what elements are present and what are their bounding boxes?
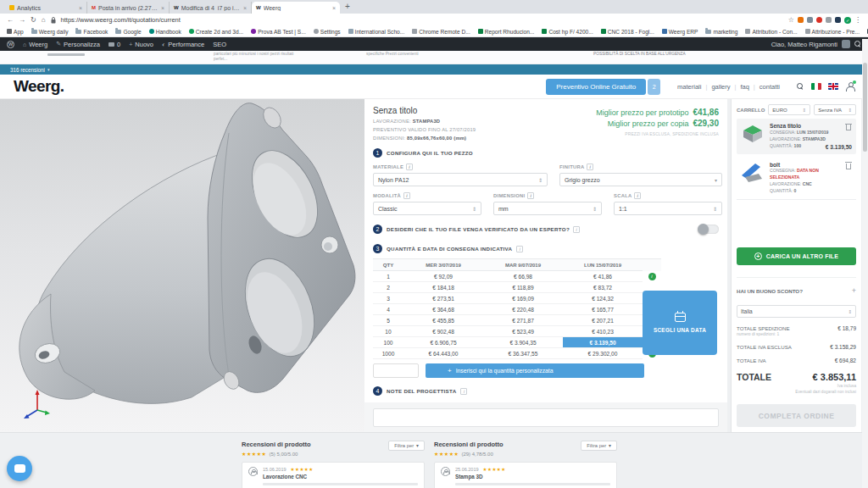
price-cell[interactable]: € 41,86 (563, 271, 643, 282)
price-cell[interactable]: € 165,77 (563, 304, 643, 315)
custom-qty-banner[interactable]: + Inserisci qui la quantità personalizza… (426, 363, 644, 378)
price-cell[interactable]: € 3.904,35 (483, 337, 563, 348)
selected-price-cell[interactable]: € 3.139,50 (563, 337, 643, 348)
info-icon[interactable]: i (634, 192, 641, 199)
bookmark-report[interactable]: Report Rhuducion... (478, 29, 535, 35)
weerg-logo[interactable]: Weerg. (14, 77, 64, 96)
price-cell[interactable]: € 66,98 (483, 271, 563, 282)
tab-analytics[interactable]: Analytics × (5, 2, 87, 14)
cart-item[interactable]: Senza titolo CONSEGNA: LUN 15/07/2019 LA… (737, 119, 856, 154)
modalita-select[interactable]: Classic⇕ (373, 202, 481, 215)
new-tab-button[interactable]: + (345, 1, 350, 13)
currency-select[interactable]: EURO⇕ (768, 104, 810, 115)
wp-site-menu[interactable]: ⌂Weerg (23, 41, 47, 48)
info-icon[interactable]: i (527, 192, 534, 199)
coupon-row[interactable]: HAI UN BUONO SCONTO? + (737, 277, 856, 295)
bookmark-weerg-daily[interactable]: Weerg daily (31, 29, 69, 35)
reviews-count-text[interactable]: 316 recensioni (10, 67, 45, 73)
choose-date-button[interactable]: SCEGLI UNA DATA (643, 291, 717, 355)
extension-icon[interactable] (826, 17, 832, 23)
price-cell[interactable]: € 118,89 (483, 282, 563, 293)
wp-greeting[interactable]: Ciao, Matteo Rigamonti (771, 41, 837, 48)
info-icon[interactable]: i (573, 226, 580, 233)
wp-new[interactable]: +Nuovo (129, 41, 153, 48)
3d-viewer[interactable] (0, 99, 364, 432)
price-cell[interactable]: € 92,09 (403, 271, 483, 282)
price-cell[interactable]: € 523,49 (483, 326, 563, 337)
chat-widget-button[interactable] (7, 456, 32, 481)
close-icon[interactable]: × (79, 5, 82, 11)
extension-icon[interactable] (835, 17, 841, 23)
search-icon[interactable] (854, 41, 861, 47)
price-cell[interactable]: € 169,09 (483, 293, 563, 304)
bookmark-create[interactable]: Create 2d and 3d... (189, 29, 243, 35)
upload-file-button[interactable]: + CARICA UN ALTRO FILE (737, 247, 856, 265)
wp-customize[interactable]: ✎Personalizza (56, 41, 100, 48)
bookmark-handbook[interactable]: Handbook (149, 29, 181, 35)
price-cell[interactable]: € 6.906,75 (403, 337, 483, 348)
price-cell[interactable]: € 902,48 (403, 326, 483, 337)
price-cell[interactable]: € 36.347,55 (483, 348, 563, 359)
custom-qty-input[interactable] (373, 363, 419, 378)
dimensioni-select[interactable]: mm⇕ (493, 202, 602, 215)
bookmark-international[interactable]: International Scho... (348, 29, 405, 35)
scrollbar-thumb[interactable] (863, 63, 867, 152)
wordpress-logo-icon[interactable]: W (7, 41, 14, 48)
price-cell[interactable]: € 124,32 (563, 293, 643, 304)
scala-select[interactable]: 1:1⇕ (614, 202, 722, 215)
reload-icon[interactable]: ↻ (31, 17, 36, 24)
close-icon[interactable]: × (332, 5, 336, 11)
info-icon[interactable]: i (648, 273, 656, 280)
trash-icon[interactable] (845, 123, 852, 130)
price-cell[interactable]: € 364,68 (403, 304, 483, 315)
forward-icon[interactable]: → (19, 17, 25, 24)
bookmark-weerg-erp[interactable]: Weerg ERP (662, 29, 698, 35)
price-cell[interactable]: € 64.443,00 (403, 348, 483, 359)
price-cell[interactable]: € 410,23 (563, 326, 643, 337)
designer-notes-input[interactable] (373, 408, 719, 427)
wp-seo[interactable]: SEO (213, 41, 226, 48)
bookmark-cnc-2018[interactable]: CNC 2018 - Fogl... (601, 29, 654, 35)
bookmark-attribution[interactable]: Attribution - Con... (745, 29, 797, 35)
country-select[interactable]: Italia ⇕ (737, 305, 856, 318)
bookmark-marketing[interactable]: marketing (705, 29, 737, 35)
price-cell[interactable]: € 273,51 (403, 293, 483, 304)
account-icon[interactable] (845, 82, 854, 92)
tab-weerg-active[interactable]: W Weerg × (252, 2, 340, 14)
price-cell[interactable]: € 455,85 (403, 315, 483, 326)
extension-icon[interactable] (807, 17, 813, 23)
bookmark-google[interactable]: Google (115, 29, 141, 35)
nav-faq[interactable]: faq (740, 83, 748, 91)
price-cell[interactable]: € 271,87 (483, 315, 563, 326)
wp-performance[interactable]: ◐Performance (162, 41, 204, 48)
english-flag-icon[interactable] (828, 83, 838, 90)
cart-item[interactable]: bolt CONSEGNA: DATA NON SELEZIONATA LAVO… (737, 158, 856, 200)
verify-toggle[interactable] (698, 225, 719, 234)
bookmark-settings[interactable]: Settings (314, 29, 341, 35)
extension-icon[interactable]: ✓ (844, 17, 851, 24)
vat-mode-select[interactable]: Senza IVA⇕ (814, 104, 856, 115)
extension-icon[interactable] (798, 17, 804, 23)
price-cell[interactable]: € 83,72 (563, 282, 643, 293)
chrome-menu-icon[interactable]: ⋮ (854, 17, 861, 24)
bookmark-facebook[interactable]: Facebook (75, 29, 108, 35)
bookmark-cost-hp[interactable]: Cost hp F/ 4200... (542, 29, 593, 35)
scrollbar[interactable] (862, 39, 868, 488)
extension-icon[interactable] (816, 17, 822, 23)
price-cell[interactable]: € 220,48 (483, 304, 563, 315)
italian-flag-icon[interactable] (811, 83, 821, 90)
info-icon[interactable]: i (406, 164, 413, 170)
bookmark-attribuzione[interactable]: Attribuzione - Pre... (805, 29, 860, 35)
url-text[interactable]: https://www.weerg.com/it/quotation/curre… (61, 16, 181, 24)
back-icon[interactable]: ← (7, 17, 14, 24)
price-cell[interactable]: € 184,18 (403, 282, 483, 293)
bookmark-remote-desktop[interactable]: Chrome Remote D... (412, 29, 470, 35)
nav-materiali[interactable]: materiali (677, 83, 701, 91)
close-icon[interactable]: × (161, 5, 164, 11)
info-icon[interactable]: i (516, 246, 523, 252)
bookmark-apps[interactable]: App (7, 29, 24, 35)
price-cell[interactable]: € 29.302,00 (563, 348, 643, 359)
trash-icon[interactable] (845, 162, 852, 169)
price-cell[interactable]: € 207,21 (563, 315, 643, 326)
info-icon[interactable]: i (403, 192, 410, 199)
